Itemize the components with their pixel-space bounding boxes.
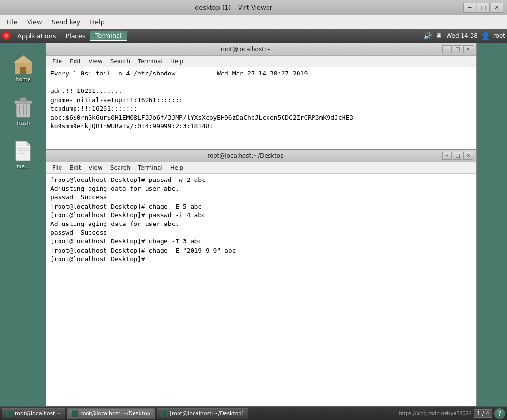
virt-viewer-window: desktop (1) – Virt Viewer − □ ✕ File Vie… <box>0 0 507 420</box>
terminal-window-2: root@localhost:~/Desktop − □ ✕ File Edit… <box>46 149 477 420</box>
terminal-1-text: Every 1.0s: tail -n 4 /etc/shadow Wed Ma… <box>50 69 472 131</box>
panel-time: Wed 14:38 <box>446 32 477 39</box>
menu-file[interactable]: File <box>2 17 22 27</box>
applications-icon: f <box>2 31 11 40</box>
t2-menu-search[interactable]: Search <box>106 164 134 172</box>
terminal-window-1: root@localhost:~ − □ ✕ File Edit View Se… <box>46 43 477 156</box>
desktop-area: home Trash <box>0 43 507 420</box>
virt-viewer-title: desktop (1) – Virt Viewer <box>4 4 463 11</box>
t1-menu-file[interactable]: File <box>48 57 66 66</box>
panel-user: root <box>493 32 505 39</box>
gnome-panel: f Applications Places Terminal 🔊 🖥 Wed 1… <box>0 29 507 43</box>
terminal-1-close[interactable]: ✕ <box>463 45 473 53</box>
svg-marker-3 <box>14 55 33 63</box>
t1-menu-terminal[interactable]: Terminal <box>134 57 166 66</box>
svg-marker-12 <box>27 141 30 145</box>
svg-rect-7 <box>20 98 26 102</box>
taskbar-item-2-label: root@localhost:~/Desktop <box>80 410 150 417</box>
t1-menu-help[interactable]: Help <box>166 57 187 66</box>
t2-menu-view[interactable]: View <box>85 164 106 172</box>
t1-menu-edit[interactable]: Edit <box>66 57 85 66</box>
maximize-button[interactable]: □ <box>477 3 490 13</box>
terminal-1-title: root@localhost:~ <box>49 46 442 53</box>
window-controls: − □ ✕ <box>463 3 503 13</box>
taskbar-item-2-icon <box>72 410 78 417</box>
menu-view[interactable]: View <box>22 17 47 27</box>
trash-label: Trash <box>16 120 30 126</box>
svg-rect-4 <box>20 67 26 74</box>
menu-send-key[interactable]: Send key <box>47 17 86 27</box>
trash-icon <box>12 96 35 119</box>
terminal-2-menubar: File Edit View Search Terminal Help <box>46 162 476 174</box>
panel-applications[interactable]: Applications <box>13 31 60 41</box>
t1-menu-search[interactable]: Search <box>106 57 134 66</box>
t2-menu-edit[interactable]: Edit <box>66 164 85 172</box>
desktop-icon-file[interactable]: file... <box>6 139 41 170</box>
t2-menu-terminal[interactable]: Terminal <box>134 164 166 172</box>
terminal-2-title: root@localhost:~/Desktop <box>49 152 442 159</box>
home-icon <box>12 52 35 75</box>
menu-help[interactable]: Help <box>85 17 109 27</box>
file-icon <box>12 139 35 163</box>
taskbar-page: 1 / 4 <box>474 409 492 418</box>
virt-viewer-menubar: File View Send key Help <box>0 15 507 29</box>
terminal-1-menubar: File Edit View Search Terminal Help <box>46 56 476 67</box>
terminal-1-minimize[interactable]: − <box>442 45 452 53</box>
desktop-icon-home[interactable]: home <box>6 52 41 83</box>
terminal-1-content[interactable]: Every 1.0s: tail -n 4 /etc/shadow Wed Ma… <box>46 67 476 156</box>
terminal-2-minimize[interactable]: − <box>442 152 452 160</box>
terminal-1-win-controls: − □ ✕ <box>442 45 473 53</box>
taskbar-item-1-label: root@localhost:~ <box>15 410 61 417</box>
panel-right: 🔊 🖥 Wed 14:38 👤 root <box>423 32 505 40</box>
display-icon[interactable]: 🖥 <box>435 32 442 40</box>
t1-menu-view[interactable]: View <box>85 57 106 66</box>
volume-icon[interactable]: 🔊 <box>423 32 432 40</box>
terminal-2-titlebar: root@localhost:~/Desktop − □ ✕ <box>46 150 476 162</box>
close-button[interactable]: ✕ <box>491 3 503 13</box>
virt-viewer-titlebar: desktop (1) – Virt Viewer − □ ✕ <box>0 0 507 15</box>
home-label: home <box>15 76 30 83</box>
panel-applications-group: f Applications <box>2 31 60 41</box>
taskbar-help-button[interactable]: ? <box>494 408 505 419</box>
terminal-2-maximize[interactable]: □ <box>453 152 462 160</box>
minimize-button[interactable]: − <box>463 3 476 13</box>
terminal-1-titlebar: root@localhost:~ − □ ✕ <box>46 43 476 56</box>
taskbar-item-2[interactable]: root@localhost:~/Desktop <box>67 408 154 419</box>
terminal-2-content[interactable]: [root@localhost Desktop]# passwd -w 2 ab… <box>46 174 476 420</box>
panel-places[interactable]: Places <box>60 31 90 41</box>
user-icon[interactable]: 👤 <box>481 32 490 40</box>
desktop-icon-trash[interactable]: Trash <box>6 96 41 126</box>
terminal-1-maximize[interactable]: □ <box>453 45 462 53</box>
file-label: file... <box>16 164 30 170</box>
terminal-2-win-controls: − □ ✕ <box>442 152 473 160</box>
t2-menu-file[interactable]: File <box>48 164 66 172</box>
taskbar: root@localhost:~ root@localhost:~/Deskto… <box>0 406 507 420</box>
taskbar-item-3-label: [root@localhost:~/Desktop] <box>170 410 244 417</box>
taskbar-item-3-icon <box>161 410 168 417</box>
taskbar-url: https://blog.csdn.net/ya34024 <box>399 411 472 416</box>
taskbar-item-3[interactable]: [root@localhost:~/Desktop] <box>157 408 248 419</box>
terminal-2-text: [root@localhost Desktop]# passwd -w 2 ab… <box>50 176 472 264</box>
panel-terminal[interactable]: Terminal <box>90 31 127 41</box>
terminal-2-close[interactable]: ✕ <box>463 152 473 160</box>
t2-menu-help[interactable]: Help <box>166 164 187 172</box>
taskbar-item-1[interactable]: root@localhost:~ <box>2 408 65 419</box>
taskbar-item-1-icon <box>6 410 13 417</box>
